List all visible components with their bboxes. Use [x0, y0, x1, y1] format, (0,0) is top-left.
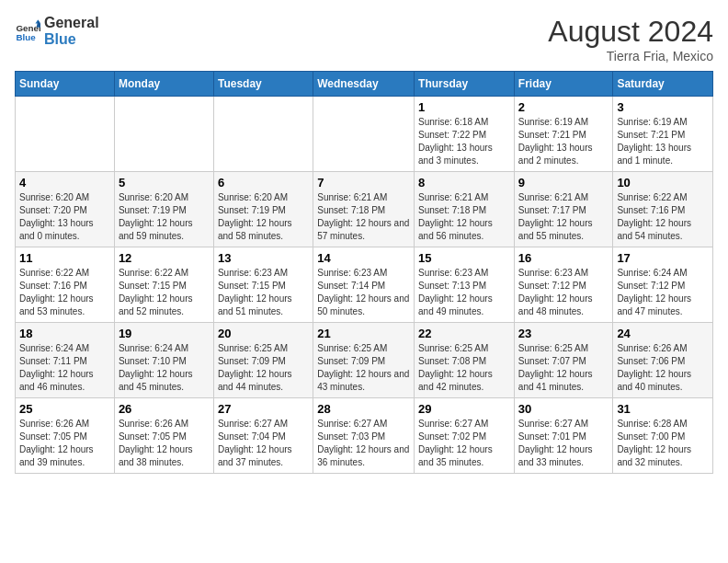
- calendar-day-cell: 3Sunrise: 6:19 AM Sunset: 7:21 PM Daylig…: [613, 97, 713, 172]
- month-year-title: August 2024: [548, 15, 713, 49]
- calendar-day-cell: 29Sunrise: 6:27 AM Sunset: 7:02 PM Dayli…: [415, 398, 515, 474]
- day-info: Sunrise: 6:25 AM Sunset: 7:07 PM Dayligh…: [518, 342, 609, 394]
- location-subtitle: Tierra Fria, Mexico: [548, 49, 713, 63]
- day-number: 29: [418, 402, 510, 416]
- day-info: Sunrise: 6:21 AM Sunset: 7:18 PM Dayligh…: [317, 191, 410, 243]
- day-number: 31: [617, 402, 709, 416]
- calendar-day-cell: 12Sunrise: 6:22 AM Sunset: 7:15 PM Dayli…: [114, 247, 213, 323]
- day-info: Sunrise: 6:21 AM Sunset: 7:18 PM Dayligh…: [418, 191, 510, 243]
- day-number: 4: [19, 176, 110, 190]
- day-info: Sunrise: 6:23 AM Sunset: 7:15 PM Dayligh…: [218, 267, 309, 318]
- calendar-day-cell: 24Sunrise: 6:26 AM Sunset: 7:06 PM Dayli…: [613, 323, 713, 398]
- day-info: Sunrise: 6:23 AM Sunset: 7:12 PM Dayligh…: [518, 267, 609, 318]
- day-number: 1: [418, 100, 510, 114]
- calendar-week-row: 11Sunrise: 6:22 AM Sunset: 7:16 PM Dayli…: [16, 247, 713, 323]
- calendar-day-cell: 14Sunrise: 6:23 AM Sunset: 7:14 PM Dayli…: [313, 247, 415, 323]
- calendar-table: SundayMondayTuesdayWednesdayThursdayFrid…: [15, 71, 713, 474]
- calendar-day-cell: 22Sunrise: 6:25 AM Sunset: 7:08 PM Dayli…: [415, 323, 515, 398]
- day-number: 3: [617, 100, 709, 114]
- weekday-header: Friday: [514, 72, 613, 97]
- day-info: Sunrise: 6:19 AM Sunset: 7:21 PM Dayligh…: [617, 116, 709, 167]
- calendar-day-cell: 21Sunrise: 6:25 AM Sunset: 7:09 PM Dayli…: [313, 323, 415, 398]
- day-number: 22: [418, 327, 510, 340]
- day-info: Sunrise: 6:26 AM Sunset: 7:06 PM Dayligh…: [617, 342, 709, 394]
- calendar-day-cell: 9Sunrise: 6:21 AM Sunset: 7:17 PM Daylig…: [514, 172, 613, 247]
- day-info: Sunrise: 6:25 AM Sunset: 7:09 PM Dayligh…: [218, 342, 309, 394]
- day-info: Sunrise: 6:25 AM Sunset: 7:08 PM Dayligh…: [418, 342, 510, 394]
- day-info: Sunrise: 6:21 AM Sunset: 7:17 PM Dayligh…: [518, 191, 609, 243]
- calendar-day-cell: 26Sunrise: 6:26 AM Sunset: 7:05 PM Dayli…: [114, 398, 213, 474]
- day-number: 8: [418, 176, 510, 190]
- logo: General Blue General Blue: [15, 15, 99, 47]
- day-number: 10: [617, 176, 709, 190]
- day-info: Sunrise: 6:27 AM Sunset: 7:04 PM Dayligh…: [218, 418, 309, 469]
- calendar-day-cell: 23Sunrise: 6:25 AM Sunset: 7:07 PM Dayli…: [514, 323, 613, 398]
- day-number: 19: [119, 327, 210, 340]
- day-number: 21: [317, 327, 410, 340]
- weekday-header-row: SundayMondayTuesdayWednesdayThursdayFrid…: [16, 72, 713, 97]
- day-number: 20: [218, 327, 309, 340]
- day-number: 14: [317, 251, 410, 265]
- logo-line1: General: [44, 15, 99, 31]
- day-info: Sunrise: 6:22 AM Sunset: 7:15 PM Dayligh…: [119, 267, 210, 318]
- calendar-day-cell: [16, 97, 115, 172]
- calendar-week-row: 18Sunrise: 6:24 AM Sunset: 7:11 PM Dayli…: [16, 323, 713, 398]
- day-info: Sunrise: 6:23 AM Sunset: 7:14 PM Dayligh…: [317, 267, 410, 318]
- day-number: 26: [119, 402, 210, 416]
- day-info: Sunrise: 6:23 AM Sunset: 7:13 PM Dayligh…: [418, 267, 510, 318]
- calendar-day-cell: 4Sunrise: 6:20 AM Sunset: 7:20 PM Daylig…: [16, 172, 115, 247]
- day-info: Sunrise: 6:27 AM Sunset: 7:03 PM Dayligh…: [317, 418, 410, 469]
- day-info: Sunrise: 6:24 AM Sunset: 7:11 PM Dayligh…: [19, 342, 110, 394]
- day-info: Sunrise: 6:20 AM Sunset: 7:19 PM Dayligh…: [119, 191, 210, 243]
- day-info: Sunrise: 6:22 AM Sunset: 7:16 PM Dayligh…: [19, 267, 110, 318]
- day-info: Sunrise: 6:27 AM Sunset: 7:02 PM Dayligh…: [418, 418, 510, 469]
- calendar-week-row: 1Sunrise: 6:18 AM Sunset: 7:22 PM Daylig…: [16, 97, 713, 172]
- day-info: Sunrise: 6:20 AM Sunset: 7:19 PM Dayligh…: [218, 191, 309, 243]
- day-number: 16: [518, 251, 609, 265]
- weekday-header: Thursday: [415, 72, 515, 97]
- calendar-day-cell: 31Sunrise: 6:28 AM Sunset: 7:00 PM Dayli…: [613, 398, 713, 474]
- calendar-day-cell: 16Sunrise: 6:23 AM Sunset: 7:12 PM Dayli…: [514, 247, 613, 323]
- calendar-day-cell: 7Sunrise: 6:21 AM Sunset: 7:18 PM Daylig…: [313, 172, 415, 247]
- weekday-header: Monday: [114, 72, 213, 97]
- day-number: 27: [218, 402, 309, 416]
- logo-icon: General Blue: [15, 18, 40, 44]
- calendar-day-cell: 10Sunrise: 6:22 AM Sunset: 7:16 PM Dayli…: [613, 172, 713, 247]
- svg-text:Blue: Blue: [16, 31, 36, 41]
- calendar-day-cell: [114, 97, 213, 172]
- calendar-day-cell: 1Sunrise: 6:18 AM Sunset: 7:22 PM Daylig…: [415, 97, 515, 172]
- weekday-header: Tuesday: [213, 72, 313, 97]
- day-number: 28: [317, 402, 410, 416]
- calendar-day-cell: 25Sunrise: 6:26 AM Sunset: 7:05 PM Dayli…: [16, 398, 115, 474]
- calendar-day-cell: 2Sunrise: 6:19 AM Sunset: 7:21 PM Daylig…: [514, 97, 613, 172]
- day-number: 15: [418, 251, 510, 265]
- day-number: 23: [518, 327, 609, 340]
- day-number: 9: [518, 176, 609, 190]
- calendar-day-cell: 30Sunrise: 6:27 AM Sunset: 7:01 PM Dayli…: [514, 398, 613, 474]
- day-info: Sunrise: 6:28 AM Sunset: 7:00 PM Dayligh…: [617, 418, 709, 469]
- calendar-day-cell: 6Sunrise: 6:20 AM Sunset: 7:19 PM Daylig…: [213, 172, 313, 247]
- day-number: 17: [617, 251, 709, 265]
- day-number: 11: [19, 251, 110, 265]
- day-number: 30: [518, 402, 609, 416]
- day-number: 18: [19, 327, 110, 340]
- calendar-week-row: 25Sunrise: 6:26 AM Sunset: 7:05 PM Dayli…: [16, 398, 713, 474]
- day-number: 13: [218, 251, 309, 265]
- calendar-day-cell: [313, 97, 415, 172]
- title-block: August 2024 Tierra Fria, Mexico: [548, 15, 713, 63]
- day-number: 7: [317, 176, 410, 190]
- calendar-day-cell: 13Sunrise: 6:23 AM Sunset: 7:15 PM Dayli…: [213, 247, 313, 323]
- calendar-day-cell: 5Sunrise: 6:20 AM Sunset: 7:19 PM Daylig…: [114, 172, 213, 247]
- day-info: Sunrise: 6:24 AM Sunset: 7:12 PM Dayligh…: [617, 267, 709, 318]
- day-info: Sunrise: 6:26 AM Sunset: 7:05 PM Dayligh…: [19, 418, 110, 469]
- day-number: 24: [617, 327, 709, 340]
- day-number: 25: [19, 402, 110, 416]
- day-info: Sunrise: 6:20 AM Sunset: 7:20 PM Dayligh…: [19, 191, 110, 243]
- day-info: Sunrise: 6:26 AM Sunset: 7:05 PM Dayligh…: [119, 418, 210, 469]
- calendar-day-cell: 15Sunrise: 6:23 AM Sunset: 7:13 PM Dayli…: [415, 247, 515, 323]
- calendar-week-row: 4Sunrise: 6:20 AM Sunset: 7:20 PM Daylig…: [16, 172, 713, 247]
- day-info: Sunrise: 6:27 AM Sunset: 7:01 PM Dayligh…: [518, 418, 609, 469]
- calendar-day-cell: [213, 97, 313, 172]
- weekday-header: Sunday: [16, 72, 115, 97]
- weekday-header: Wednesday: [313, 72, 415, 97]
